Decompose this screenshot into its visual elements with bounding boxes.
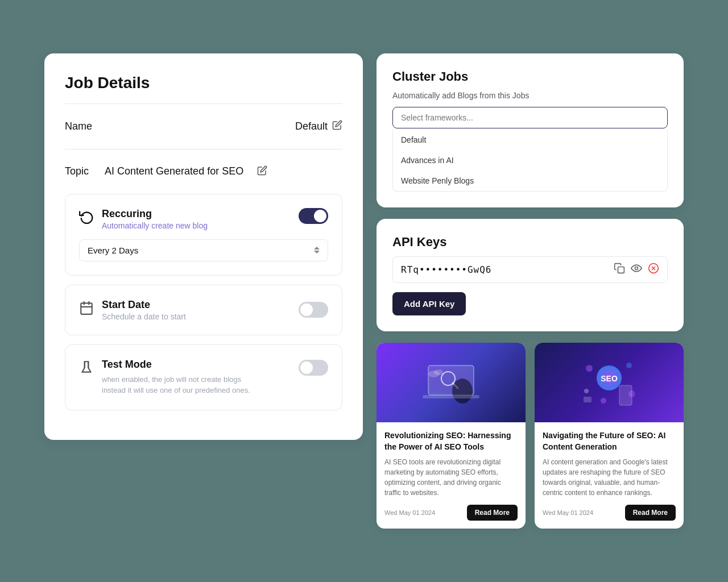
blog-1-date: Wed May 01 2024 (384, 509, 435, 516)
cluster-jobs-search[interactable] (392, 107, 668, 128)
api-keys-card: API Keys RTq••••••••GwQ6 Add API Key (377, 219, 684, 331)
start-date-toggle[interactable] (299, 302, 328, 318)
name-value: Default (295, 120, 342, 133)
blog-card-2: SEO Navigating the Future of SE (535, 343, 684, 529)
name-edit-icon[interactable] (332, 120, 342, 133)
start-date-card: Start Date Schedule a date to start (65, 285, 342, 335)
divider-2 (65, 149, 342, 149)
blog-2-read-more-button[interactable]: Read More (625, 505, 676, 521)
start-date-title: Start Date (102, 299, 186, 311)
name-label: Name (65, 120, 92, 132)
svg-rect-0 (81, 304, 92, 315)
cluster-jobs-card: Cluster Jobs Automatically add Blogs fro… (377, 53, 684, 207)
eye-icon[interactable] (631, 263, 642, 277)
dropdown-item-advances-ai[interactable]: Advances in AI (393, 150, 667, 171)
api-key-value: RTq••••••••GwQ6 (401, 264, 609, 275)
blog-1-footer: Wed May 01 2024 Read More (384, 505, 518, 521)
topic-label: Topic (65, 165, 89, 177)
blog-1-read-more-button[interactable]: Read More (467, 505, 518, 521)
blog-2-description: AI content generation and Google's lates… (543, 457, 676, 498)
blog-1-description: AI SEO tools are revolutionizing digital… (384, 457, 518, 498)
start-date-subtitle: Schedule a date to start (102, 312, 186, 321)
blog-1-title: Revolutionizing SEO: Harnessing the Powe… (384, 430, 518, 452)
start-date-left: Start Date Schedule a date to start (79, 299, 186, 321)
api-key-row: RTq••••••••GwQ6 (392, 256, 668, 283)
add-api-key-button[interactable]: Add API Key (392, 292, 466, 315)
topic-edit-icon[interactable] (257, 165, 267, 178)
cluster-jobs-subtitle: Automatically add Blogs from this Jobs (392, 91, 668, 100)
svg-point-27 (601, 398, 606, 404)
svg-point-7 (635, 267, 638, 269)
svg-point-15 (452, 379, 473, 404)
flask-icon (79, 360, 94, 378)
refresh-icon (79, 209, 94, 227)
svg-point-22 (626, 363, 632, 368)
svg-text:SEO: SEO (601, 374, 618, 383)
topic-field-row: Topic AI Content Generated for SEO (65, 159, 342, 185)
cluster-jobs-dropdown: Default Advances in AI Website Penly Blo… (392, 130, 668, 192)
divider-1 (65, 103, 342, 104)
calendar-icon (79, 301, 94, 319)
test-mode-left: Test Mode when enabled, the job will not… (79, 359, 299, 396)
svg-point-23 (584, 389, 589, 393)
job-details-panel: Job Details Name Default Topic AI Conten… (44, 53, 363, 440)
right-panel: Cluster Jobs Automatically add Blogs fro… (377, 53, 684, 529)
blog-2-date: Wed May 01 2024 (543, 509, 593, 516)
delete-icon[interactable] (648, 263, 659, 277)
svg-point-18 (434, 369, 443, 375)
dropdown-item-default[interactable]: Default (393, 130, 667, 150)
api-keys-title: API Keys (392, 235, 668, 250)
recurring-select[interactable]: Every 2 Days (79, 239, 328, 261)
blog-card-1: Revolutionizing SEO: Harnessing the Powe… (377, 343, 526, 529)
blog-1-image (377, 343, 526, 422)
topic-value: AI Content Generated for SEO (105, 165, 243, 177)
blog-2-body: Navigating the Future of SEO: AI Content… (535, 422, 684, 529)
test-mode-title: Test Mode (102, 359, 261, 371)
blog-2-title: Navigating the Future of SEO: AI Content… (543, 430, 676, 452)
test-mode-toggle[interactable] (299, 360, 328, 376)
recurring-card: Reccuring Automatically create new blog … (65, 194, 342, 276)
name-field-row: Name Default (65, 113, 342, 140)
recurring-left: Reccuring Automatically create new blog (79, 208, 208, 230)
panel-title: Job Details (65, 74, 342, 92)
chevron-updown-icon (314, 247, 320, 253)
svg-rect-26 (584, 397, 592, 402)
svg-point-21 (586, 365, 593, 372)
svg-rect-6 (618, 267, 624, 273)
blog-cards-row: Revolutionizing SEO: Harnessing the Powe… (377, 343, 684, 529)
dropdown-item-website-penly[interactable]: Website Penly Blogs (393, 171, 667, 191)
api-key-icons (614, 263, 659, 277)
blog-2-footer: Wed May 01 2024 Read More (543, 505, 676, 521)
svg-rect-16 (423, 395, 479, 398)
copy-icon[interactable] (614, 263, 625, 277)
recurring-toggle[interactable] (299, 208, 328, 224)
recurring-select-label: Every 2 Days (88, 246, 138, 255)
test-mode-card: Test Mode when enabled, the job will not… (65, 344, 342, 410)
blog-1-body: Revolutionizing SEO: Harnessing the Powe… (377, 422, 526, 529)
blog-2-image: SEO (535, 343, 684, 422)
test-mode-description: when enabled, the job will not create bl… (102, 374, 261, 396)
cluster-jobs-title: Cluster Jobs (392, 69, 668, 84)
recurring-title: Reccuring (102, 208, 208, 220)
svg-rect-25 (619, 385, 632, 405)
recurring-subtitle: Automatically create new blog (102, 221, 208, 230)
